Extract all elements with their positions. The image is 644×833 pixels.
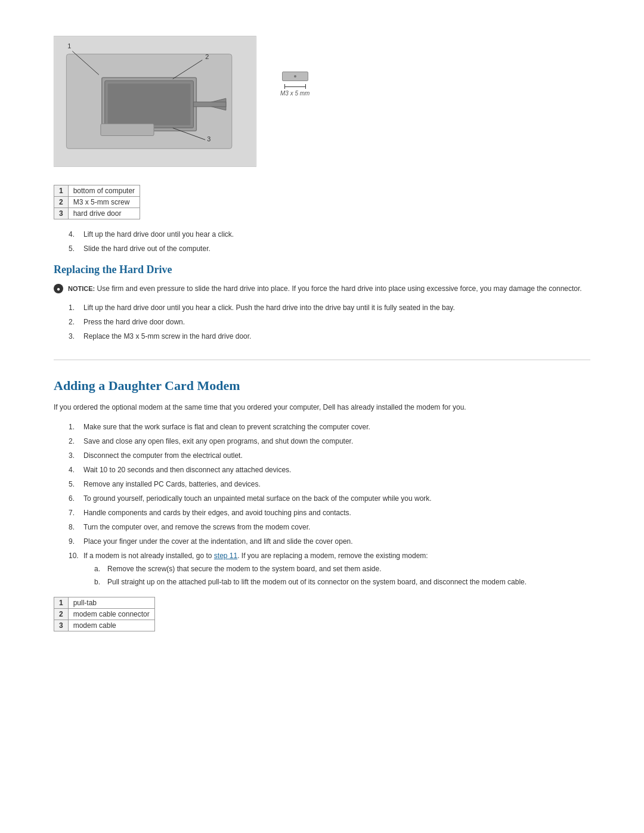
svg-text:2: 2 [205, 53, 209, 60]
step-number: 10. [69, 550, 79, 561]
step-item: 6.To ground yourself, periodically touch… [72, 493, 590, 504]
sub-step-item: b.Pull straight up on the attached pull-… [95, 577, 590, 587]
diagram-area: 1 2 3 M3 x 5 mm [54, 36, 590, 167]
legend-label: hard drive door [68, 208, 140, 219]
step-item: 3.Replace the M3 x 5-mm screw in the har… [72, 331, 590, 342]
legend-label: bottom of computer [68, 185, 140, 197]
legend-label: M3 x 5-mm screw [68, 197, 140, 208]
notice-icon: ● [54, 284, 63, 293]
svg-text:3: 3 [207, 135, 210, 143]
step-item: 3.Disconnect the computer from the elect… [72, 450, 590, 461]
adding-title: Adding a Daughter Card Modem [54, 378, 590, 394]
step-letter: a. [94, 563, 100, 574]
adding-intro: If you ordered the optional modem at the… [54, 402, 590, 413]
step-link[interactable]: step 11 [214, 552, 237, 560]
step-item: 1.Make sure that the work surface is fla… [72, 422, 590, 432]
sub-steps-list: a.Remove the screw(s) that secure the mo… [95, 563, 590, 587]
screw-diagram: M3 x 5 mm [280, 36, 309, 97]
replacing-steps: 1.Lift up the hard drive door until you … [72, 302, 590, 342]
legend-row: 1bottom of computer [54, 185, 140, 197]
step-item: 4.Wait 10 to 20 seconds and then disconn… [72, 465, 590, 475]
step-item: 8.Turn the computer over, and remove the… [72, 522, 590, 532]
step-number: 1. [69, 422, 75, 432]
adding-steps: 1.Make sure that the work surface is fla… [72, 422, 590, 587]
step-number: 5. [69, 243, 75, 254]
step-item: 7.Handle components and cards by their e… [72, 507, 590, 518]
svg-rect-13 [101, 124, 154, 136]
adding-section: Adding a Daughter Card Modem If you orde… [54, 378, 590, 587]
legend-label: pull-tab [68, 597, 154, 609]
legend-row: 2modem cable connector [54, 609, 155, 620]
step-number: 2. [69, 436, 75, 447]
step-item: 2.Save and close any open files, exit an… [72, 436, 590, 447]
hdd-legend-table: 1bottom of computer2M3 x 5-mm screw3hard… [54, 185, 140, 219]
step-item: 5.Remove any installed PC Cards, batteri… [72, 479, 590, 490]
step-item: 1.Lift up the hard drive door until you … [72, 302, 590, 313]
notice-box: ● NOTICE: Use firm and even pressure to … [54, 283, 590, 294]
sub-step-item: a.Remove the screw(s) that secure the mo… [95, 563, 590, 574]
replacing-section: Replacing the Hard Drive ● NOTICE: Use f… [54, 264, 590, 342]
step-item: 10.If a modem is not already installed, … [72, 550, 590, 587]
legend-label: modem cable connector [68, 609, 154, 620]
removing-steps: 4.Lift up the hard drive door until you … [72, 229, 590, 254]
svg-rect-6 [193, 102, 226, 107]
legend-row: 1pull-tab [54, 597, 155, 609]
step-item: 9.Place your finger under the cover at t… [72, 536, 590, 547]
step-number: 3. [69, 450, 75, 461]
step-number: 7. [69, 507, 75, 518]
step-number: 4. [69, 229, 75, 240]
legend-num: 3 [54, 620, 69, 631]
step-letter: b. [94, 577, 100, 587]
notice-body: Use firm and even pressure to slide the … [97, 284, 582, 293]
step-item: 2.Press the hard drive door down. [72, 317, 590, 327]
step-number: 1. [69, 302, 75, 313]
svg-rect-4 [108, 83, 191, 125]
screw-label: M3 x 5 mm [280, 90, 309, 97]
svg-text:1: 1 [67, 42, 71, 49]
step-item: 4.Lift up the hard drive door until you … [72, 229, 590, 240]
step-number: 3. [69, 331, 75, 342]
notice-label: NOTICE: [68, 285, 95, 292]
step-number: 6. [69, 493, 75, 504]
step-item: 5.Slide the hard drive out of the comput… [72, 243, 590, 254]
legend-num: 1 [54, 597, 69, 609]
legend-row: 3hard drive door [54, 208, 140, 219]
legend-row: 2M3 x 5-mm screw [54, 197, 140, 208]
legend-label: modem cable [68, 620, 154, 631]
page-content: 1 2 3 M3 x 5 mm [54, 36, 590, 631]
legend-num: 3 [54, 208, 69, 219]
legend-num: 2 [54, 197, 69, 208]
step-number: 5. [69, 479, 75, 490]
notice-text: NOTICE: Use firm and even pressure to sl… [68, 283, 582, 294]
legend-num: 1 [54, 185, 69, 197]
step-number: 4. [69, 465, 75, 475]
section-divider [54, 360, 590, 360]
hdd-diagram: 1 2 3 [54, 36, 256, 167]
legend-row: 3modem cable [54, 620, 155, 631]
legend-num: 2 [54, 609, 69, 620]
step-number: 8. [69, 522, 75, 532]
step-number: 9. [69, 536, 75, 547]
replacing-title: Replacing the Hard Drive [54, 264, 590, 276]
step-number: 2. [69, 317, 75, 327]
modem-legend-table: 1pull-tab2modem cable connector3modem ca… [54, 597, 155, 631]
